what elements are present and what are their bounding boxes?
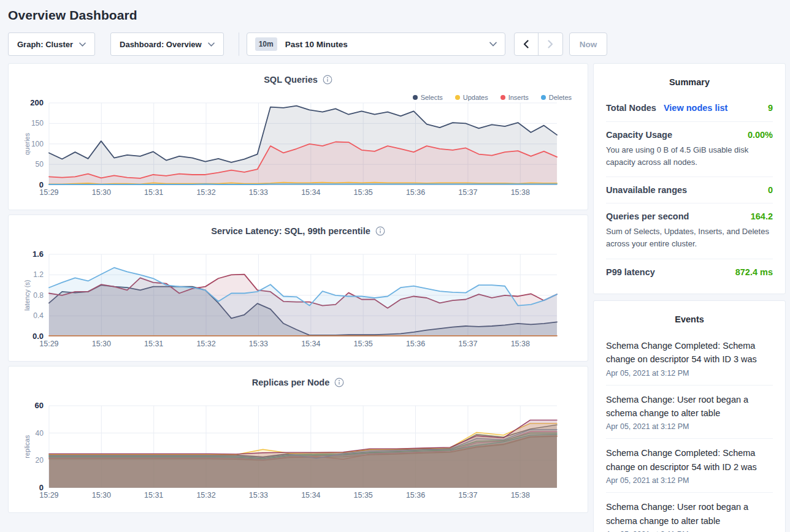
chart-canvas-sql-queries[interactable]: 15:2915:3015:3115:3215:3315:3415:3515:36…	[23, 89, 573, 199]
svg-text:15:33: 15:33	[249, 340, 268, 348]
svg-text:15:31: 15:31	[144, 188, 163, 197]
time-range-label: Past 10 Minutes	[285, 40, 481, 49]
summary-panel: Summary Total NodesView nodes list 9 Cap…	[593, 63, 786, 294]
chart-legend: SelectsUpdatesInsertsDeletes	[413, 94, 572, 101]
svg-text:60: 60	[35, 401, 44, 410]
svg-text:20: 20	[36, 456, 44, 465]
svg-text:15:29: 15:29	[39, 491, 58, 500]
svg-text:15:35: 15:35	[354, 188, 373, 197]
chart-panel-service-latency: Service Latency: SQL, 99th percentile 15…	[8, 215, 588, 362]
svg-text:1.2: 1.2	[33, 270, 44, 279]
summary-row-unavailable-ranges: Unavailable ranges 0	[606, 177, 773, 203]
chart-title: Replicas per Node	[252, 378, 330, 387]
legend-dot-icon	[500, 95, 505, 100]
summary-value: 0	[768, 185, 773, 195]
svg-text:15:32: 15:32	[196, 491, 215, 500]
summary-label: Unavailable ranges	[606, 185, 687, 195]
event-text: Schema Change: User root began a schema …	[606, 393, 773, 420]
event-item: Schema Change: User root began a schema …	[606, 385, 773, 439]
summary-label: P99 latency	[606, 267, 655, 277]
svg-text:15:37: 15:37	[458, 491, 477, 500]
time-range-picker[interactable]: 10m Past 10 Minutes	[247, 32, 505, 56]
svg-text:15:33: 15:33	[249, 188, 268, 197]
legend-item-inserts[interactable]: Inserts	[500, 94, 529, 101]
svg-text:15:38: 15:38	[511, 491, 530, 500]
svg-text:0: 0	[39, 180, 44, 189]
view-nodes-list-link[interactable]: View nodes list	[664, 103, 728, 113]
summary-value: 0.00%	[748, 130, 773, 140]
summary-title: Summary	[606, 72, 773, 94]
svg-text:15:35: 15:35	[354, 340, 373, 348]
svg-text:15:31: 15:31	[144, 491, 163, 500]
legend-item-selects[interactable]: Selects	[413, 94, 443, 101]
svg-text:15:36: 15:36	[406, 491, 425, 500]
legend-dot-icon	[413, 95, 418, 100]
summary-row-capacity-usage: Capacity Usage 0.00% You are using 0 B o…	[606, 121, 773, 177]
info-icon[interactable]	[334, 378, 344, 387]
summary-value: 9	[768, 103, 773, 113]
summary-row-total-nodes: Total NodesView nodes list 9	[606, 94, 773, 121]
time-range-badge: 10m	[255, 37, 277, 51]
svg-text:15:37: 15:37	[458, 340, 477, 348]
event-item: Schema Change Completed: Schema change o…	[606, 438, 773, 492]
svg-text:15:36: 15:36	[406, 188, 425, 197]
charts-column: SQL Queries SelectsUpdatesInsertsDeletes…	[8, 63, 588, 517]
summary-label: Capacity Usage	[606, 130, 672, 140]
legend-label: Selects	[421, 94, 443, 101]
controls-divider	[239, 32, 239, 56]
chart-panel-sql-queries: SQL Queries SelectsUpdatesInsertsDeletes…	[8, 63, 588, 210]
svg-text:0.4: 0.4	[33, 311, 44, 320]
svg-text:15:30: 15:30	[92, 340, 111, 348]
event-item: Schema Change: User root began a schema …	[606, 492, 773, 532]
events-title: Events	[606, 310, 773, 332]
summary-value: 164.2	[751, 211, 773, 221]
legend-dot-icon	[541, 95, 546, 100]
dashboard-dropdown[interactable]: Dashboard: Overview	[110, 32, 224, 56]
event-timestamp: Apr 05, 2021 at 3:12 PM	[606, 422, 773, 431]
svg-text:150: 150	[31, 119, 44, 127]
svg-text:15:38: 15:38	[511, 340, 530, 348]
chevron-down-icon	[79, 42, 86, 47]
info-icon[interactable]	[375, 226, 385, 236]
sidebar: Summary Total NodesView nodes list 9 Cap…	[593, 63, 786, 532]
info-icon[interactable]	[323, 75, 332, 85]
legend-label: Updates	[463, 94, 488, 101]
svg-text:15:32: 15:32	[196, 188, 215, 197]
chart-title: SQL Queries	[264, 75, 318, 85]
time-nav-group	[514, 32, 563, 56]
summary-value: 872.4 ms	[735, 267, 773, 277]
svg-text:15:34: 15:34	[301, 340, 320, 348]
svg-text:15:35: 15:35	[354, 491, 373, 500]
summary-row-p99-latency: P99 latency 872.4 ms	[606, 259, 773, 285]
svg-text:15:29: 15:29	[39, 340, 58, 348]
now-button[interactable]: Now	[569, 32, 608, 56]
svg-text:0.8: 0.8	[33, 291, 44, 300]
svg-text:1.6: 1.6	[33, 249, 44, 259]
event-timestamp: Apr 05, 2021 at 3:12 PM	[606, 369, 773, 378]
legend-dot-icon	[455, 95, 460, 100]
time-next-button[interactable]	[539, 33, 562, 55]
svg-text:15:31: 15:31	[144, 340, 163, 348]
svg-text:15:37: 15:37	[458, 188, 477, 197]
events-panel: Events Schema Change Completed: Schema c…	[593, 300, 786, 532]
controls-bar: Graph: Cluster Dashboard: Overview 10m P…	[8, 32, 782, 56]
time-prev-button[interactable]	[515, 33, 539, 55]
svg-text:15:34: 15:34	[301, 188, 320, 197]
chart-canvas-replicas-per-node[interactable]: 15:2915:3015:3115:3215:3315:3415:3515:36…	[23, 392, 573, 501]
svg-text:15:36: 15:36	[406, 340, 425, 348]
legend-item-deletes[interactable]: Deletes	[541, 94, 572, 101]
svg-text:15:34: 15:34	[301, 491, 320, 500]
svg-text:15:30: 15:30	[92, 491, 111, 500]
svg-text:15:38: 15:38	[511, 188, 530, 197]
chevron-right-icon	[546, 40, 554, 48]
graph-dropdown[interactable]: Graph: Cluster	[8, 32, 95, 56]
chevron-left-icon	[523, 40, 530, 48]
legend-item-updates[interactable]: Updates	[455, 94, 488, 101]
chart-panel-replicas-per-node: Replicas per Node 15:2915:3015:3115:3215…	[8, 366, 588, 513]
summary-description: Sum of Selects, Updates, Inserts, and De…	[606, 226, 773, 250]
chart-canvas-service-latency[interactable]: 15:2915:3015:3115:3215:3315:3415:3515:36…	[23, 241, 573, 350]
svg-text:100: 100	[31, 140, 44, 148]
svg-text:replicas: replicas	[23, 435, 31, 458]
svg-text:latency (s): latency (s)	[23, 280, 31, 311]
chevron-down-icon	[208, 42, 215, 47]
